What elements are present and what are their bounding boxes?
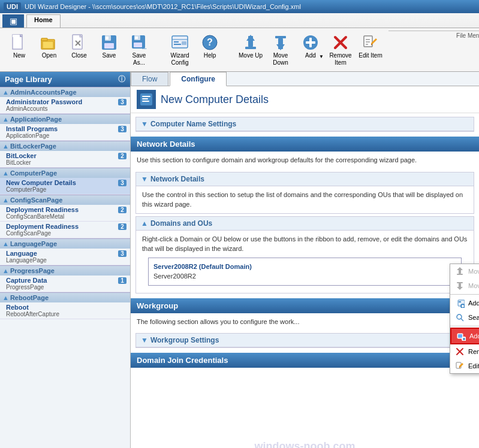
group-icon-app: ▲	[2, 116, 9, 123]
svg-rect-14	[106, 37, 109, 40]
help-button[interactable]: ? Help	[195, 31, 224, 69]
svg-rect-5	[41, 38, 47, 41]
watermark: windows-noob.com	[255, 440, 356, 448]
page-item-language-title: Language	[6, 250, 37, 257]
tab-configure[interactable]: Configure	[170, 72, 227, 86]
page-title-text: New Computer Details	[161, 93, 269, 106]
page-title-icon	[137, 90, 156, 109]
ctx-move-down[interactable]: Move Down	[450, 279, 479, 293]
page-item-bitlockerpage[interactable]: BitLocker 2 BitLocker	[0, 151, 130, 168]
ctx-remove-item-label: Remove Item	[468, 348, 479, 355]
network-details-sub-body: Use the control in this section to setup…	[136, 186, 474, 213]
close-button[interactable]: Close	[65, 31, 94, 69]
workgroup-settings-header[interactable]: ▼ Workgroup Settings	[136, 334, 474, 347]
group-header-adminaccountspage[interactable]: ▲ AdminAccountsPage	[0, 87, 130, 97]
domains-ous-section: ▲ Domains and OUs Right-click a Domain o…	[135, 216, 474, 293]
svg-rect-22	[174, 41, 179, 43]
group-header-progresspage[interactable]: ▲ ProgressPage	[0, 265, 130, 276]
network-details-subsection-header[interactable]: ▼ Network Details	[136, 172, 474, 186]
ctx-add-domain-label: Add Domain	[468, 299, 479, 307]
ctx-move-up[interactable]: Move Up	[450, 264, 479, 279]
svg-text:?: ?	[207, 37, 213, 47]
open-button[interactable]: Open	[35, 31, 64, 69]
computer-name-settings-header[interactable]: ▼ Computer Name Settings	[136, 117, 474, 131]
page-item-computer-count: 3	[118, 180, 126, 186]
edit-item-label: Edit Item	[359, 52, 382, 59]
tab-flow[interactable]: Flow	[131, 72, 168, 86]
page-item-adminaccounts[interactable]: Administrator Password 3 AdminAccounts	[0, 97, 130, 114]
save-as-button[interactable]: ... Save As...	[125, 31, 153, 69]
ctx-remove-item[interactable]: Remove Item	[450, 344, 479, 359]
page-library-title: Page Library	[5, 75, 52, 84]
save-button[interactable]: Save	[95, 31, 123, 69]
group-header-applicationpage[interactable]: ▲ ApplicationPage	[0, 114, 130, 124]
domains-ous-body: Right-click a Domain or OU below or use …	[136, 231, 474, 293]
page-item-progress-sub: ProgressPage	[6, 284, 126, 290]
group-applicationpage: ▲ ApplicationPage Install Programs 3 App…	[0, 114, 130, 141]
group-header-computerpage[interactable]: ▲ ComputerPage	[0, 168, 130, 178]
move-down-button[interactable]: Move Down	[266, 31, 295, 69]
ctx-edit-item-icon	[455, 361, 465, 371]
edit-item-icon	[361, 33, 380, 52]
page-library-info-icon[interactable]: ⓘ	[118, 74, 125, 84]
wizard-config-button[interactable]: Wizard Config	[165, 31, 194, 69]
edit-item-button[interactable]: Edit Item	[356, 31, 385, 69]
page-item-configscan1-count: 2	[118, 207, 126, 213]
right-tabs: Flow Configure	[131, 72, 479, 86]
page-item-computerpage[interactable]: New Computer Details 3 ComputerPage	[0, 178, 130, 195]
page-item-configscan-1[interactable]: Deployment Readiness 2 ConfigScanBareMet…	[0, 205, 130, 222]
group-adminaccountspage: ▲ AdminAccountsPage Administrator Passwo…	[0, 87, 130, 114]
page-item-configscan1-sub: ConfigScanBareMetal	[6, 213, 126, 220]
group-header-configscanpage[interactable]: ▲ ConfigScanPage	[0, 195, 130, 205]
ctx-search-domain-icon	[455, 313, 465, 322]
network-details-header: Network Details	[131, 137, 479, 152]
group-header-languagepage[interactable]: ▲ LanguagePage	[0, 238, 130, 249]
page-item-app-title: Install Programs	[6, 125, 58, 132]
page-item-languagepage[interactable]: Language 3 LanguagePage	[0, 249, 130, 265]
domain-entry[interactable]: Server2008R2 (Default Domain) Server2008…	[148, 258, 462, 286]
ctx-search-domain[interactable]: Search Domain for OUs	[450, 310, 479, 325]
save-as-icon: ...	[129, 33, 149, 52]
workgroup-settings-label: Workgroup Settings	[150, 336, 219, 344]
move-up-button[interactable]: Move Up	[236, 31, 265, 69]
page-item-rebootpage[interactable]: Reboot RebootAfterCapture	[0, 302, 130, 319]
group-configscanpage: ▲ ConfigScanPage Deployment Readiness 2 …	[0, 195, 130, 238]
domains-ous-header[interactable]: ▲ Domains and OUs	[136, 217, 474, 231]
ribbon-tab-home[interactable]: Home	[26, 14, 61, 28]
page-item-progresspage[interactable]: Capture Data 1 ProgressPage	[0, 276, 130, 292]
svg-marker-28	[246, 35, 255, 41]
page-item-reboot-sub: RebootAfterCapture	[6, 311, 126, 317]
page-item-applicationpage[interactable]: Install Programs 3 ApplicationPage	[0, 124, 130, 141]
ctx-edit-item-label: Edit Item	[468, 362, 479, 370]
network-details-subsection: ▼ Network Details Use the control in thi…	[135, 172, 474, 214]
domains-ous-instruction: Right-click a Domain or OU below or use …	[142, 234, 468, 254]
open-icon	[40, 33, 59, 52]
group-label-configscan: ConfigScanPage	[10, 196, 62, 204]
page-library-header: Page Library ⓘ	[0, 72, 130, 87]
group-header-rebootpage[interactable]: ▲ RebootPage	[0, 292, 130, 302]
svg-rect-46	[142, 98, 148, 99]
domains-ous-label: Domains and OUs	[150, 219, 212, 228]
group-header-bitlockerpage[interactable]: ▲ BitLockerPage	[0, 141, 130, 151]
ctx-separator-2	[450, 326, 479, 326]
svg-rect-38	[364, 36, 372, 47]
page-item-configscan-2[interactable]: Deployment Readiness 2 ConfigScanPage	[0, 222, 130, 238]
save-label: Save	[103, 52, 116, 59]
remove-item-button[interactable]: Remove Item	[326, 31, 355, 69]
ctx-edit-item[interactable]: Edit Item	[450, 359, 479, 373]
group-label-app: ApplicationPage	[10, 116, 62, 123]
new-button[interactable]: New	[5, 31, 34, 69]
page-item-bitlocker-title: BitLocker	[6, 152, 37, 159]
svg-rect-29	[245, 47, 256, 49]
page-item-configscan2-sub: ConfigScanPage	[6, 230, 126, 237]
svg-rect-18	[135, 37, 138, 39]
group-label-admin: AdminAccountsPage	[10, 89, 77, 96]
app-icon[interactable]: ▣	[2, 14, 24, 28]
right-panel: Flow Configure New Computer Details ▼ Co…	[131, 72, 479, 448]
ctx-add-domain[interactable]: Add Domain	[450, 296, 479, 310]
add-button[interactable]: Add ▼	[296, 31, 325, 69]
page-item-computer-title: New Computer Details	[6, 179, 76, 186]
ctx-add-ou[interactable]: Add OU Manually	[450, 328, 479, 344]
help-label: Help	[204, 52, 216, 59]
group-icon-progress: ▲	[2, 267, 9, 274]
